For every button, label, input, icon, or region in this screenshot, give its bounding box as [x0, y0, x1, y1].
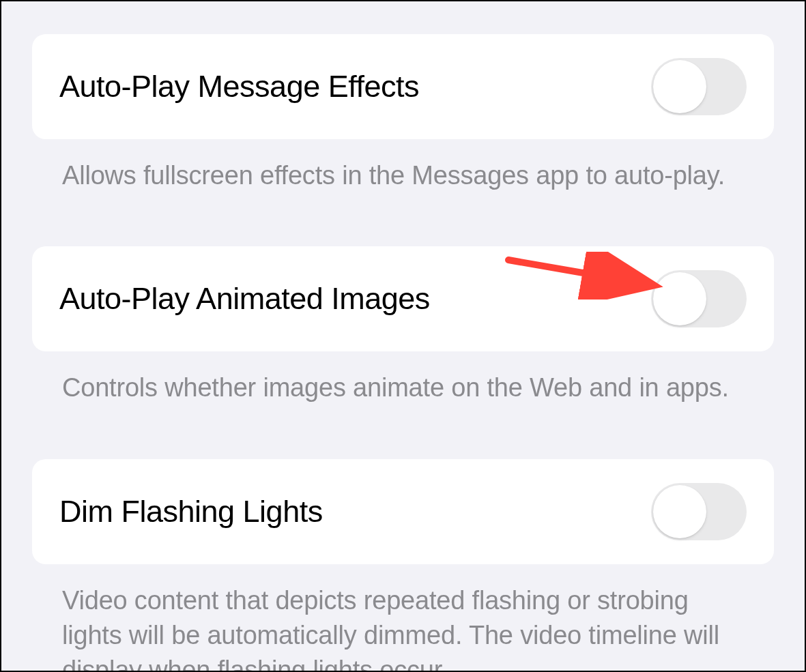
toggle-knob [653, 485, 706, 538]
toggle-dim-flashing-lights[interactable] [651, 483, 747, 540]
setting-description: Video content that depicts repeated flas… [32, 564, 774, 672]
setting-row-dim-flashing-lights[interactable]: Dim Flashing Lights [32, 459, 774, 564]
toggle-knob [653, 60, 706, 113]
setting-row-auto-play-animated-images[interactable]: Auto-Play Animated Images [32, 246, 774, 351]
setting-row-auto-play-message-effects[interactable]: Auto-Play Message Effects [32, 34, 774, 139]
toggle-auto-play-message-effects[interactable] [651, 58, 747, 115]
setting-label: Auto-Play Message Effects [59, 69, 419, 104]
setting-section-auto-play-animated-images: Auto-Play Animated Images Controls wheth… [32, 246, 774, 405]
setting-label: Dim Flashing Lights [59, 494, 323, 529]
setting-section-dim-flashing-lights: Dim Flashing Lights Video content that d… [32, 459, 774, 672]
setting-label: Auto-Play Animated Images [59, 281, 430, 317]
toggle-auto-play-animated-images[interactable] [651, 270, 747, 327]
setting-description: Controls whether images animate on the W… [32, 351, 774, 405]
setting-section-auto-play-message-effects: Auto-Play Message Effects Allows fullscr… [32, 34, 774, 193]
setting-description: Allows fullscreen effects in the Message… [32, 139, 774, 193]
toggle-knob [653, 272, 706, 325]
